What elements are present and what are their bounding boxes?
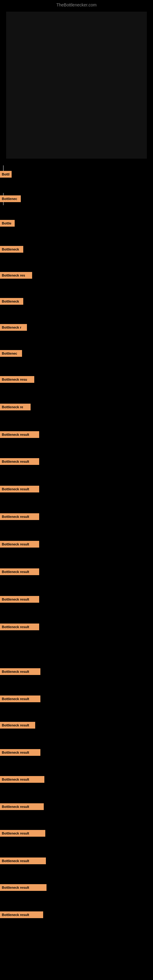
bottleneck-item-24: Bottleneck result bbox=[0, 803, 44, 810]
site-title: TheBottlenecker.com bbox=[0, 0, 153, 9]
bottleneck-item-21: Bottleneck result bbox=[0, 722, 35, 729]
bottleneck-item-1: Bottl bbox=[0, 171, 12, 178]
bottleneck-item-15: Bottleneck result bbox=[0, 541, 39, 547]
bottleneck-item-17: Bottleneck result bbox=[0, 596, 39, 603]
bottleneck-item-20: Bottleneck result bbox=[0, 695, 40, 702]
bottleneck-item-18: Bottleneck result bbox=[0, 624, 39, 630]
bottleneck-item-9: Bottleneck resu bbox=[0, 376, 34, 383]
bottleneck-item-13: Bottleneck result bbox=[0, 486, 39, 492]
bottleneck-item-2: Bottlenec bbox=[0, 196, 21, 202]
bottleneck-item-7: Bottleneck r bbox=[0, 324, 27, 331]
bottleneck-item-28: Bottleneck result bbox=[0, 912, 43, 918]
bottleneck-items-container: BottlBottlenecBottleBottleneckBottleneck… bbox=[0, 162, 153, 930]
bottleneck-item-4: Bottleneck bbox=[0, 246, 23, 253]
bottleneck-item-11: Bottleneck result bbox=[0, 431, 39, 438]
bottleneck-item-14: Bottleneck result bbox=[0, 513, 39, 520]
bottleneck-item-23: Bottleneck result bbox=[0, 776, 45, 783]
bottleneck-item-8: Bottlenec bbox=[0, 350, 22, 357]
bottleneck-item-6: Bottleneck bbox=[0, 298, 23, 305]
bottleneck-item-10: Bottleneck re bbox=[0, 404, 30, 410]
bottleneck-item-27: Bottleneck result bbox=[0, 884, 46, 891]
bottleneck-item-22: Bottleneck result bbox=[0, 749, 40, 756]
bottleneck-item-5: Bottleneck res bbox=[0, 272, 32, 279]
bottleneck-item-16: Bottleneck result bbox=[0, 568, 39, 575]
bottleneck-item-12: Bottleneck result bbox=[0, 458, 39, 465]
chart-area bbox=[6, 12, 147, 159]
bottleneck-item-26: Bottleneck result bbox=[0, 858, 46, 864]
bottleneck-item-3: Bottle bbox=[0, 220, 15, 227]
bottleneck-item-25: Bottleneck result bbox=[0, 830, 45, 837]
bottleneck-item-19: Bottleneck result bbox=[0, 668, 40, 675]
